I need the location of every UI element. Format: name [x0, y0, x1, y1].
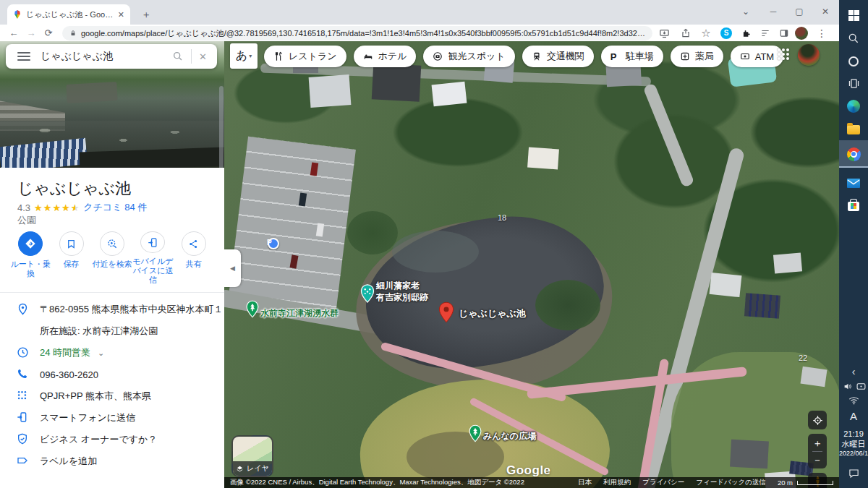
privacy-link[interactable]: プライバシー [642, 478, 684, 487]
search-nearby-button[interactable]: 付近を検索 [92, 231, 132, 285]
chip-restaurants[interactable]: レストラン [264, 46, 346, 67]
search-input[interactable] [41, 51, 172, 62]
volume-icon[interactable] [841, 380, 854, 392]
google-watermark: Google [506, 463, 551, 478]
country-label: 日本 [578, 478, 592, 487]
search-icon[interactable] [172, 51, 184, 62]
back-button[interactable]: ← [7, 27, 20, 40]
window-chevron-button[interactable]: ⌄ [735, 1, 757, 22]
plaza-marker-pin[interactable] [469, 424, 482, 442]
add-label-row[interactable]: ラベルを追加 [0, 451, 224, 471]
attraction-icon [433, 51, 443, 61]
reading-list-icon[interactable] [758, 27, 773, 40]
place-photo[interactable]: ✕ [0, 41, 224, 168]
start-button[interactable] [839, 4, 868, 26]
maps-search-box[interactable]: ✕ [6, 44, 217, 69]
new-tab-button[interactable]: ＋ [137, 6, 155, 23]
terms-link[interactable]: 利用規約 [603, 478, 631, 487]
cortana-button[interactable] [839, 51, 868, 72]
touch-keyboard-icon[interactable] [854, 380, 867, 392]
share-place-button[interactable]: 共有 [174, 231, 214, 285]
phone-icon [17, 368, 30, 381]
spring-label[interactable]: 水前寺江津湖湧水群 [260, 307, 339, 320]
reviews-link[interactable]: クチコミ 84 件 [83, 201, 147, 214]
tab-strip: じゃぶじゃぶ池 - Google マップ ✕ ＋ ⌄ ─ ▢ ✕ [0, 0, 839, 25]
send-to-phone-row[interactable]: スマートフォンに送信 [0, 408, 224, 428]
bookmark-star-icon[interactable]: ☆ [699, 27, 713, 40]
photo-bridge [66, 82, 117, 103]
clear-search-icon[interactable]: ✕ [199, 51, 207, 62]
chip-transit[interactable]: 交通機関 [522, 46, 594, 67]
directions-button[interactable]: ルート・乗換 [10, 231, 51, 285]
spring-marker-pin[interactable] [246, 300, 259, 318]
chip-hotels[interactable]: ホテル [354, 46, 417, 67]
side-panel-icon[interactable] [777, 27, 791, 40]
hours-row[interactable]: 24 時間営業 ⌄ [0, 343, 224, 363]
address-row[interactable]: 〒862-0955 熊本県熊本市中央区神水本町１８ [0, 299, 224, 320]
ime-mode-indicator[interactable]: A [839, 408, 868, 424]
layers-control[interactable]: レイヤ [231, 435, 273, 477]
tab-close-icon[interactable]: ✕ [118, 10, 124, 20]
main-place-label[interactable]: じゃぶじゃぶ池 [459, 307, 526, 320]
expand-hours-icon[interactable]: ⌄ [98, 348, 104, 358]
taskbar-clock[interactable]: 21:19 水曜日 2022/06/15 [839, 429, 868, 458]
transit-train-icon [532, 51, 542, 61]
collapse-side-panel-button[interactable]: ◀ [224, 249, 241, 287]
account-avatar[interactable] [798, 44, 820, 66]
install-app-icon[interactable] [657, 27, 671, 40]
residence-label-line2[interactable]: 有吉家別邸跡 [376, 291, 428, 304]
my-location-button[interactable] [808, 411, 827, 429]
map-canvas[interactable]: 18 22 あ ▾ レストラン ホテル 観光スポット 交通機関 [224, 41, 839, 488]
send-to-device-button[interactable]: モバイルデバイスに送信 [132, 231, 173, 285]
place-panel: ✕ じゃぶじゃぶ池 4.3 ★★★★★★★★★★ クチコミ 84 件 公園 ルー… [0, 41, 224, 488]
spacer [17, 325, 30, 338]
my-location-icon [812, 415, 823, 426]
skype-extension-icon[interactable]: S [719, 27, 733, 40]
chip-pharmacies[interactable]: 薬局 [671, 46, 723, 67]
google-maps-favicon [13, 10, 22, 19]
satellite-building [527, 147, 559, 170]
reload-button[interactable]: ⟳ [42, 27, 55, 40]
forward-button[interactable]: → [25, 27, 38, 40]
extension-puzzle-icon[interactable] [739, 27, 754, 40]
chip-parking[interactable]: P 駐車場 [601, 46, 663, 67]
window-close-button[interactable]: ✕ [814, 1, 836, 22]
chip-attractions[interactable]: 観光スポット [423, 46, 514, 67]
residence-marker[interactable] [360, 284, 375, 303]
feedback-link[interactable]: フィードバックの送信 [696, 478, 766, 487]
clock-time: 21:19 [839, 429, 868, 439]
window-minimize-button[interactable]: ─ [762, 1, 784, 22]
plaza-label[interactable]: みんなの広場 [483, 430, 536, 442]
taskbar-chrome[interactable] [839, 143, 868, 165]
rating-value: 4.3 [17, 202, 30, 213]
business-owner-row[interactable]: ビジネス オーナーですか？ [0, 429, 224, 450]
zoom-in-button[interactable]: ＋ [812, 435, 822, 451]
address-bar[interactable]: google.com/maps/place/じゃぶじゃぶ池/@32.781956… [62, 26, 652, 40]
menu-hamburger-icon[interactable] [17, 52, 30, 61]
residence-label-line1[interactable]: 細川藩家老 [376, 280, 420, 292]
window-maximize-button[interactable]: ▢ [788, 1, 810, 22]
browser-tab[interactable]: じゃぶじゃぶ池 - Google マップ ✕ [7, 4, 130, 25]
tray-overflow-chevron[interactable]: ‹ [839, 365, 868, 378]
main-place-pin[interactable] [438, 301, 454, 323]
taskbar-store[interactable] [839, 195, 868, 217]
action-center-button[interactable] [839, 466, 868, 481]
task-view-button[interactable] [839, 72, 868, 94]
profile-avatar[interactable] [794, 27, 809, 40]
browser-menu-icon[interactable]: ⋮ [814, 27, 829, 40]
plus-code-row[interactable]: QPJR+PP 熊本市、熊本県 [0, 386, 224, 406]
phone-row[interactable]: 096-360-2620 [0, 364, 224, 385]
taskbar-file-explorer[interactable] [839, 119, 868, 140]
chip-atms[interactable]: ATM [731, 46, 783, 67]
search-nearby-icon [100, 231, 124, 256]
zoom-out-button[interactable]: － [812, 452, 822, 468]
taskbar-edge[interactable] [839, 95, 868, 117]
share-icon[interactable] [678, 27, 693, 40]
network-wifi-icon[interactable] [839, 395, 868, 406]
taskbar-search-button[interactable] [839, 27, 868, 49]
located-in-row[interactable]: 所在施設: 水前寺江津湖公園 [0, 321, 224, 341]
google-apps-grid-icon[interactable] [778, 48, 791, 61]
taskbar-mail[interactable] [839, 172, 868, 194]
sidebar-scrollbar[interactable] [219, 86, 224, 168]
save-button[interactable]: 保存 [51, 231, 91, 285]
